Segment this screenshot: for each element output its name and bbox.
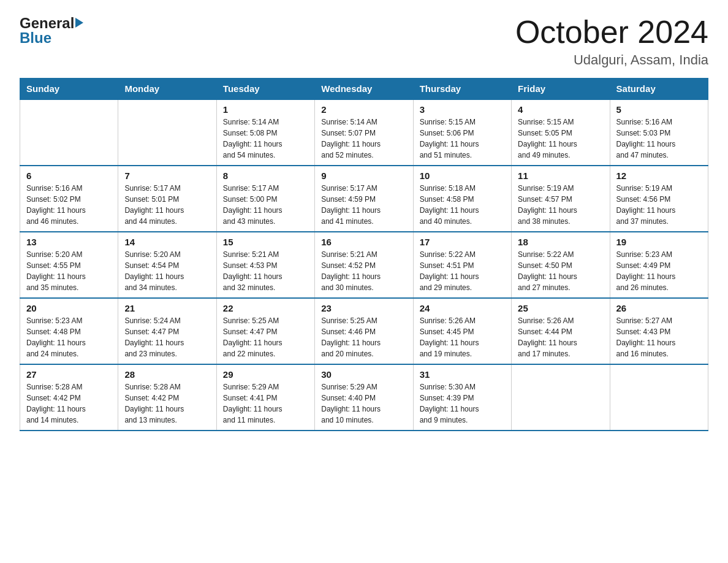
day-number: 15 <box>223 237 308 247</box>
calendar-cell: 2Sunrise: 5:14 AM Sunset: 5:07 PM Daylig… <box>315 99 413 166</box>
day-number: 31 <box>420 369 505 380</box>
calendar-week-row: 20Sunrise: 5:23 AM Sunset: 4:48 PM Dayli… <box>20 298 708 364</box>
calendar-cell: 15Sunrise: 5:21 AM Sunset: 4:53 PM Dayli… <box>216 232 314 298</box>
calendar-cell: 20Sunrise: 5:23 AM Sunset: 4:48 PM Dayli… <box>20 298 118 364</box>
calendar-cell: 10Sunrise: 5:18 AM Sunset: 4:58 PM Dayli… <box>413 166 511 232</box>
day-number: 20 <box>26 303 112 313</box>
day-info: Sunrise: 5:19 AM Sunset: 4:56 PM Dayligh… <box>616 183 702 227</box>
day-of-week-header: Tuesday <box>216 79 314 100</box>
day-number: 21 <box>124 303 210 313</box>
calendar-cell <box>118 99 216 166</box>
day-number: 14 <box>124 237 210 247</box>
day-info: Sunrise: 5:18 AM Sunset: 4:58 PM Dayligh… <box>420 183 505 227</box>
logo-arrow-icon <box>75 18 83 28</box>
day-info: Sunrise: 5:21 AM Sunset: 4:53 PM Dayligh… <box>223 249 308 293</box>
day-of-week-header: Wednesday <box>315 79 413 100</box>
calendar-cell: 8Sunrise: 5:17 AM Sunset: 5:00 PM Daylig… <box>216 166 314 232</box>
day-info: Sunrise: 5:19 AM Sunset: 4:57 PM Dayligh… <box>518 183 603 227</box>
day-info: Sunrise: 5:24 AM Sunset: 4:47 PM Dayligh… <box>124 315 210 359</box>
calendar-cell <box>20 99 118 166</box>
day-info: Sunrise: 5:14 AM Sunset: 5:08 PM Dayligh… <box>223 117 308 161</box>
day-number: 30 <box>321 369 406 380</box>
day-number: 16 <box>321 237 406 247</box>
day-number: 27 <box>26 369 112 380</box>
logo-blue-text: Blue <box>20 29 51 47</box>
day-info: Sunrise: 5:22 AM Sunset: 4:50 PM Dayligh… <box>518 249 603 293</box>
day-of-week-header: Friday <box>512 79 610 100</box>
day-number: 23 <box>321 303 406 313</box>
calendar-cell: 30Sunrise: 5:29 AM Sunset: 4:40 PM Dayli… <box>315 364 413 431</box>
day-number: 22 <box>223 303 308 313</box>
calendar-cell: 5Sunrise: 5:16 AM Sunset: 5:03 PM Daylig… <box>610 99 708 166</box>
calendar-cell: 6Sunrise: 5:16 AM Sunset: 5:02 PM Daylig… <box>20 166 118 232</box>
day-number: 25 <box>518 303 603 313</box>
calendar-cell: 7Sunrise: 5:17 AM Sunset: 5:01 PM Daylig… <box>118 166 216 232</box>
calendar-cell: 25Sunrise: 5:26 AM Sunset: 4:44 PM Dayli… <box>512 298 610 364</box>
calendar-cell: 23Sunrise: 5:25 AM Sunset: 4:46 PM Dayli… <box>315 298 413 364</box>
day-info: Sunrise: 5:16 AM Sunset: 5:02 PM Dayligh… <box>26 183 112 227</box>
day-info: Sunrise: 5:16 AM Sunset: 5:03 PM Dayligh… <box>616 117 702 161</box>
calendar-cell <box>610 364 708 431</box>
calendar-cell: 1Sunrise: 5:14 AM Sunset: 5:08 PM Daylig… <box>216 99 314 166</box>
calendar-cell: 4Sunrise: 5:15 AM Sunset: 5:05 PM Daylig… <box>512 99 610 166</box>
day-number: 24 <box>420 303 505 313</box>
calendar-table: SundayMondayTuesdayWednesdayThursdayFrid… <box>20 78 708 431</box>
day-info: Sunrise: 5:21 AM Sunset: 4:52 PM Dayligh… <box>321 249 406 293</box>
day-info: Sunrise: 5:29 AM Sunset: 4:41 PM Dayligh… <box>223 381 308 426</box>
day-info: Sunrise: 5:28 AM Sunset: 4:42 PM Dayligh… <box>124 381 210 426</box>
day-info: Sunrise: 5:23 AM Sunset: 4:49 PM Dayligh… <box>616 249 702 293</box>
calendar-cell: 18Sunrise: 5:22 AM Sunset: 4:50 PM Dayli… <box>512 232 610 298</box>
calendar-cell: 26Sunrise: 5:27 AM Sunset: 4:43 PM Dayli… <box>610 298 708 364</box>
day-number: 29 <box>223 369 308 380</box>
day-info: Sunrise: 5:15 AM Sunset: 5:05 PM Dayligh… <box>518 117 603 161</box>
day-number: 6 <box>26 170 112 181</box>
day-info: Sunrise: 5:14 AM Sunset: 5:07 PM Dayligh… <box>321 117 406 161</box>
day-info: Sunrise: 5:25 AM Sunset: 4:46 PM Dayligh… <box>321 315 406 359</box>
title-block: October 2024 Udalguri, Assam, India <box>515 15 708 68</box>
day-number: 12 <box>616 170 702 181</box>
page-header: General Blue October 2024 Udalguri, Assa… <box>20 15 708 68</box>
calendar-cell: 9Sunrise: 5:17 AM Sunset: 4:59 PM Daylig… <box>315 166 413 232</box>
day-number: 26 <box>616 303 702 313</box>
calendar-cell: 11Sunrise: 5:19 AM Sunset: 4:57 PM Dayli… <box>512 166 610 232</box>
calendar-cell: 31Sunrise: 5:30 AM Sunset: 4:39 PM Dayli… <box>413 364 511 431</box>
month-title: October 2024 <box>515 15 708 50</box>
calendar-cell: 22Sunrise: 5:25 AM Sunset: 4:47 PM Dayli… <box>216 298 314 364</box>
calendar-week-row: 27Sunrise: 5:28 AM Sunset: 4:42 PM Dayli… <box>20 364 708 431</box>
day-info: Sunrise: 5:17 AM Sunset: 4:59 PM Dayligh… <box>321 183 406 227</box>
calendar-cell: 27Sunrise: 5:28 AM Sunset: 4:42 PM Dayli… <box>20 364 118 431</box>
day-number: 13 <box>26 237 112 247</box>
day-number: 9 <box>321 170 406 181</box>
calendar-cell: 28Sunrise: 5:28 AM Sunset: 4:42 PM Dayli… <box>118 364 216 431</box>
day-of-week-header: Saturday <box>610 79 708 100</box>
day-info: Sunrise: 5:20 AM Sunset: 4:54 PM Dayligh… <box>124 249 210 293</box>
day-number: 10 <box>420 170 505 181</box>
day-info: Sunrise: 5:29 AM Sunset: 4:40 PM Dayligh… <box>321 381 406 426</box>
logo: General Blue <box>20 15 83 47</box>
calendar-week-row: 13Sunrise: 5:20 AM Sunset: 4:55 PM Dayli… <box>20 232 708 298</box>
day-number: 4 <box>518 104 603 115</box>
calendar-header-row: SundayMondayTuesdayWednesdayThursdayFrid… <box>20 79 708 100</box>
day-info: Sunrise: 5:17 AM Sunset: 5:01 PM Dayligh… <box>124 183 210 227</box>
day-info: Sunrise: 5:20 AM Sunset: 4:55 PM Dayligh… <box>26 249 112 293</box>
calendar-cell: 3Sunrise: 5:15 AM Sunset: 5:06 PM Daylig… <box>413 99 511 166</box>
location-text: Udalguri, Assam, India <box>515 52 708 68</box>
day-number: 28 <box>124 369 210 380</box>
day-number: 2 <box>321 104 406 115</box>
calendar-cell: 24Sunrise: 5:26 AM Sunset: 4:45 PM Dayli… <box>413 298 511 364</box>
day-info: Sunrise: 5:17 AM Sunset: 5:00 PM Dayligh… <box>223 183 308 227</box>
day-info: Sunrise: 5:25 AM Sunset: 4:47 PM Dayligh… <box>223 315 308 359</box>
day-info: Sunrise: 5:27 AM Sunset: 4:43 PM Dayligh… <box>616 315 702 359</box>
calendar-cell <box>512 364 610 431</box>
day-number: 1 <box>223 104 308 115</box>
calendar-cell: 19Sunrise: 5:23 AM Sunset: 4:49 PM Dayli… <box>610 232 708 298</box>
day-number: 5 <box>616 104 702 115</box>
day-number: 19 <box>616 237 702 247</box>
day-info: Sunrise: 5:22 AM Sunset: 4:51 PM Dayligh… <box>420 249 505 293</box>
day-number: 8 <box>223 170 308 181</box>
day-number: 3 <box>420 104 505 115</box>
day-info: Sunrise: 5:26 AM Sunset: 4:45 PM Dayligh… <box>420 315 505 359</box>
day-info: Sunrise: 5:26 AM Sunset: 4:44 PM Dayligh… <box>518 315 603 359</box>
calendar-week-row: 6Sunrise: 5:16 AM Sunset: 5:02 PM Daylig… <box>20 166 708 232</box>
day-number: 18 <box>518 237 603 247</box>
